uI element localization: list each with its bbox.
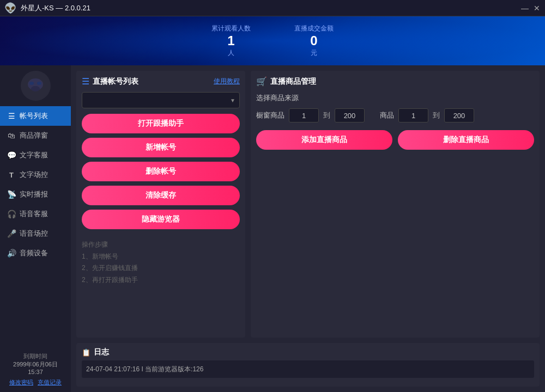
left-panel: ☰ 直播帐号列表 使用教程 打开跟播助手 新增帐号 删除帐号 清除缓存 隐藏游览… [76, 71, 245, 338]
sidebar-item-account-list[interactable]: ☰ 帐号列表 [0, 106, 71, 126]
open-follow-assistant-button[interactable]: 打开跟播助手 [82, 114, 240, 133]
title-bar-controls: — ✕ [521, 4, 541, 12]
audio-device-icon: 🔊 [7, 248, 16, 258]
revenue-label: 直播成交金额 [294, 24, 334, 33]
sidebar-label-realtime-report: 实时播报 [20, 189, 48, 199]
window-to-input[interactable] [335, 108, 365, 122]
sidebar-label-account-list: 帐号列表 [20, 111, 48, 121]
log-entry: 24-07-04 21:07:16 I 当前游览器版本:126 [86, 365, 203, 374]
account-dropdown[interactable] [82, 92, 240, 108]
left-panel-title-icon: ☰ [82, 76, 89, 87]
delete-account-button[interactable]: 删除帐号 [82, 162, 240, 181]
window-from-input[interactable] [289, 108, 319, 122]
log-icon: 📋 [82, 348, 90, 357]
expire-label: 到期时间 [7, 352, 64, 360]
viewers-label: 累计观看人数 [211, 24, 251, 33]
voice-control-icon: 🎤 [7, 229, 16, 238]
right-panel-title: 直播商品管理 [270, 77, 316, 87]
content-area: ☰ 直播帐号列表 使用教程 打开跟播助手 新增帐号 删除帐号 清除缓存 隐藏游览… [71, 65, 545, 392]
sidebar-item-voice-control[interactable]: 🎤 语音场控 [0, 224, 71, 243]
product-to-input[interactable] [444, 108, 474, 122]
right-panel: 🛒 直播商品管理 选择商品来源 橱窗商品 到 商品 到 添加直播商品 删除直 [251, 71, 540, 338]
sidebar-item-audio-device[interactable]: 🔊 音频设备 [0, 243, 71, 263]
sidebar: ☰ 帐号列表 🛍 商品弹窗 💬 文字客服 T 文字场控 📡 实时播报 🎧 语音客… [0, 65, 71, 392]
main-layout: ☰ 帐号列表 🛍 商品弹窗 💬 文字客服 T 文字场控 📡 实时播报 🎧 语音客… [0, 65, 545, 392]
add-account-button[interactable]: 新增帐号 [82, 138, 240, 157]
product-from-input[interactable] [398, 108, 428, 122]
sidebar-footer: 到期时间 2999年06月06日15:37 修改密码 充值记录 [0, 347, 71, 392]
tutorial-link[interactable]: 使用教程 [214, 77, 240, 86]
banner: 累计观看人数 1 人 直播成交金额 0 元 [0, 16, 545, 65]
svg-point-2 [37, 82, 41, 85]
change-password-link[interactable]: 修改密码 [9, 378, 33, 387]
source-label: 选择商品来源 [256, 93, 534, 103]
operation-steps: 操作步骤 1、新增帐号 2、先开启赚钱直播 2、再打开跟播助手 [82, 239, 240, 286]
sidebar-label-voice-service: 语音客服 [20, 209, 48, 219]
window-range-to: 到 [323, 111, 330, 120]
left-panel-title-row: ☰ 直播帐号列表 [82, 76, 138, 87]
footer-links: 修改密码 充值记录 [7, 378, 64, 387]
log-title-row: 📋 日志 [82, 347, 534, 357]
delete-live-product-button[interactable]: 删除直播商品 [398, 130, 534, 150]
sidebar-item-voice-service[interactable]: 🎧 语音客服 [0, 204, 71, 224]
step2: 2、先开启赚钱直播 [82, 262, 240, 274]
avatar [21, 71, 51, 101]
svg-point-1 [29, 82, 34, 85]
left-panel-title: 直播帐号列表 [93, 77, 138, 87]
realtime-icon: 📡 [7, 189, 16, 199]
add-live-product-button[interactable]: 添加直播商品 [256, 130, 392, 150]
list-icon: ☰ [7, 111, 16, 121]
svg-point-3 [31, 86, 40, 91]
close-button[interactable]: ✕ [533, 4, 541, 12]
clear-cache-button[interactable]: 清除缓存 [82, 186, 240, 205]
title-bar: 👽 外星人-KS — 2.0.0.21 — ✕ [0, 0, 545, 16]
avatar-area [0, 71, 71, 101]
sidebar-label-voice-control: 语音场控 [20, 229, 48, 238]
sidebar-item-product-popup[interactable]: 🛍 商品弹窗 [0, 126, 71, 145]
top-panels: ☰ 直播帐号列表 使用教程 打开跟播助手 新增帐号 删除帐号 清除缓存 隐藏游览… [76, 71, 540, 338]
product-range-row: 橱窗商品 到 商品 到 [256, 108, 534, 122]
app-title: 外星人-KS — 2.0.0.21 [21, 3, 90, 13]
step3: 2、再打开跟播助手 [82, 274, 240, 286]
sidebar-item-text-control[interactable]: T 文字场控 [0, 165, 71, 185]
left-panel-header: ☰ 直播帐号列表 使用教程 [82, 76, 240, 87]
sidebar-label-text-service: 文字客服 [20, 150, 48, 160]
account-dropdown-wrapper[interactable] [82, 92, 240, 108]
revenue-unit: 元 [311, 48, 317, 58]
product-popup-icon: 🛍 [7, 131, 16, 140]
log-content: 24-07-04 21:07:16 I 当前游览器版本:126 [82, 360, 534, 378]
viewers-unit: 人 [228, 48, 234, 58]
minimize-button[interactable]: — [521, 4, 529, 12]
product-range-to: 到 [433, 111, 440, 120]
step1: 1、新增帐号 [82, 251, 240, 263]
app-icon: 👽 [4, 2, 16, 14]
banner-stat-viewers: 累计观看人数 1 人 [211, 24, 251, 58]
revenue-value: 0 [310, 33, 317, 48]
banner-stat-revenue: 直播成交金额 0 元 [294, 24, 334, 58]
viewers-value: 1 [227, 33, 234, 48]
right-panel-title-row: 🛒 直播商品管理 [256, 76, 534, 87]
product-label: 商品 [380, 111, 394, 120]
text-service-icon: 💬 [7, 150, 16, 160]
sidebar-item-realtime-report[interactable]: 📡 实时播报 [0, 185, 71, 204]
voice-service-icon: 🎧 [7, 209, 16, 219]
steps-title: 操作步骤 [82, 239, 240, 251]
sidebar-label-audio-device: 音频设备 [20, 248, 48, 258]
window-product-label: 橱窗商品 [256, 111, 284, 120]
expire-date: 2999年06月06日15:37 [7, 360, 64, 375]
log-panel: 📋 日志 24-07-04 21:07:16 I 当前游览器版本:126 [76, 343, 540, 387]
sidebar-label-text-control: 文字场控 [20, 170, 48, 180]
hide-browser-button[interactable]: 隐藏游览器 [82, 210, 240, 229]
sidebar-item-text-service[interactable]: 💬 文字客服 [0, 145, 71, 165]
right-panel-title-icon: 🛒 [256, 76, 267, 87]
sidebar-label-product-popup: 商品弹窗 [20, 131, 48, 140]
title-bar-left: 👽 外星人-KS — 2.0.0.21 [4, 2, 90, 14]
log-title: 日志 [94, 347, 109, 357]
action-btns-row: 添加直播商品 删除直播商品 [256, 130, 534, 150]
text-control-icon: T [7, 170, 16, 180]
recharge-record-link[interactable]: 充值记录 [38, 378, 62, 387]
